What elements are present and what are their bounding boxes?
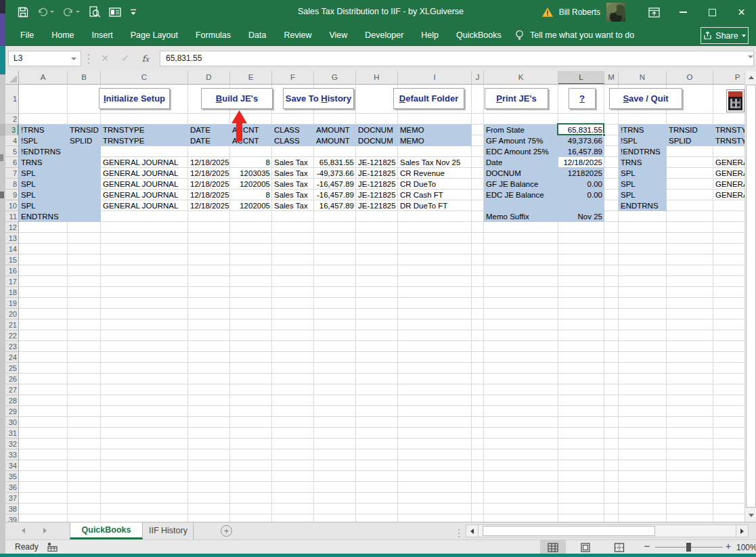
selection-fill-handle[interactable] [602,133,606,137]
row-header-16[interactable]: 16 [5,265,19,276]
column-header-J[interactable]: J [472,71,484,85]
row-header-29[interactable]: 29 [5,406,19,417]
gridline-h[interactable] [19,460,744,460]
gridline-v[interactable] [313,85,314,522]
grid-cell-P8[interactable]: GENERAL JOURNAL [713,179,744,190]
grid-cell-A5[interactable]: !ENDTRNS [19,146,63,157]
button-default-folder[interactable]: Default Folder [393,88,464,109]
zoom-in-button[interactable]: + [723,541,734,552]
gridline-h[interactable] [19,308,744,309]
row-header-27[interactable]: 27 [5,384,19,395]
grid-cell-E8[interactable]: 1202005 [230,179,272,190]
grid-cell-D9[interactable]: 12/18/2025 [188,190,230,200]
grid-cell-I4[interactable]: MEMO [398,135,426,146]
grid-cell-L7[interactable]: 12182025 [558,168,604,179]
vertical-scrollbar[interactable] [744,71,756,522]
gridline-h[interactable] [19,503,744,504]
grid-cell-K11[interactable]: Memo Suffix [484,211,531,222]
gridline-h[interactable] [19,254,744,254]
grid-cell-G10[interactable]: 16,457.89 [314,200,356,211]
row-header-2[interactable]: 2 [5,114,19,125]
gridline-h[interactable] [19,405,744,406]
close-button[interactable]: × [727,1,756,23]
gridline-v[interactable] [229,85,230,522]
gridline-h[interactable] [19,330,744,330]
ribbon-tab-home[interactable]: Home [43,24,83,46]
ribbon-tab-quickbooks[interactable]: QuickBooks [447,24,510,46]
cancel-icon[interactable]: ✕ [95,51,115,66]
grid-cell-G8[interactable]: -16,457.89 [314,179,356,190]
grid-cell-D7[interactable]: 12/18/2025 [188,168,230,179]
ribbon-tab-developer[interactable]: Developer [356,24,412,46]
grid-cell-F4[interactable]: CLASS [272,135,302,146]
macro-record-icon[interactable] [47,542,58,552]
gridline-h[interactable] [19,232,744,233]
row-header-35[interactable]: 35 [5,471,19,482]
ribbon-tab-review[interactable]: Review [275,24,320,46]
tell-me-box[interactable]: Tell me what you want to do [515,24,634,46]
grid-cell-K8[interactable]: GF JE Balance [484,179,540,190]
grid-cell-L8[interactable]: 0.00 [558,179,604,190]
row-header-19[interactable]: 19 [5,298,19,309]
gridline-v[interactable] [397,85,398,522]
gridline-h[interactable] [19,438,744,439]
gridline-h[interactable] [19,449,744,449]
scroll-left-button[interactable] [466,525,479,537]
avatar[interactable] [606,3,625,22]
column-header-H[interactable]: H [356,71,398,85]
column-header-A[interactable]: A [19,71,68,85]
gridline-h[interactable] [19,221,744,222]
user-name[interactable]: Bill Roberts [559,7,600,17]
grid-cell-E10[interactable]: 1202005 [230,200,272,211]
gridline-h[interactable] [19,492,744,493]
grid-cell-N4[interactable]: !SPL [619,135,640,146]
grid-cell-H3[interactable]: DOCNUM [356,125,395,135]
grid-cell-F6[interactable]: Sales Tax [272,157,310,168]
grid-cell-K7[interactable]: DOCNUM [484,168,523,179]
grid-cell-C7[interactable]: GENERAL JOURNAL [101,168,180,179]
column-header-I[interactable]: I [398,71,472,85]
vscroll-thumb[interactable] [746,85,756,508]
gridline-h[interactable] [19,243,744,244]
grid-cell-B4[interactable]: SPLID [68,135,94,146]
grid-cell-H9[interactable]: JE-121825 [356,190,398,200]
zoom-out-button[interactable]: − [642,541,652,552]
grid-cell-F7[interactable]: Sales Tax [272,168,310,179]
row-header-30[interactable]: 30 [5,417,19,428]
sheet-grid[interactable]: !TRNSTRNSIDTRNSTYPEDATEACCNTCLASSAMOUNTD… [19,85,744,522]
grid-cell-I8[interactable]: CR DueTo [398,179,438,190]
sheet-tab-iif-history[interactable]: IIF History [143,522,194,539]
grid-cell-L6[interactable]: 12/18/2025 [558,157,604,168]
button-save-to-history[interactable]: Save To History [283,88,354,109]
grid-cell-I3[interactable]: MEMO [398,125,426,135]
button-save-quit[interactable]: Save / Quit [609,88,682,109]
row-header-26[interactable]: 26 [5,374,19,384]
sheet-nav-right-icon[interactable] [43,528,47,533]
grid-cell-H4[interactable]: DOCNUM [356,135,395,146]
row-header-7[interactable]: 7 [5,168,19,179]
ribbon-tab-insert[interactable]: Insert [83,24,122,46]
maximize-button[interactable] [698,1,727,23]
grid-cell-O3[interactable]: TRNSID [667,125,700,135]
row-header-15[interactable]: 15 [5,254,19,265]
grid-cell-G7[interactable]: -49,373.66 [314,168,356,179]
grid-cell-N6[interactable]: TRNS [619,157,644,168]
grid-cell-P4[interactable]: TRNSTYPE [713,135,744,146]
row-header-36[interactable]: 36 [5,482,19,493]
gridline-h[interactable] [19,297,744,298]
column-header-D[interactable]: D [188,71,230,85]
row-header-34[interactable]: 34 [5,460,19,471]
grid-cell-P6[interactable]: GENERAL JOURNAL [713,157,744,168]
column-header-M[interactable]: M [604,71,619,85]
row-header-4[interactable]: 4 [5,135,19,146]
grid-cell-N7[interactable]: SPL [619,168,638,179]
column-header-L[interactable]: L [558,71,604,85]
grid-cell-E7[interactable]: 1203035 [230,168,272,179]
grid-cell-I7[interactable]: CR Revenue [398,168,447,179]
column-header-F[interactable]: F [272,71,314,85]
enter-icon[interactable]: ✓ [115,51,135,66]
grid-cell-D8[interactable]: 12/18/2025 [188,179,230,190]
grid-cell-N5[interactable]: !ENDTRNS [619,146,663,157]
gridline-v[interactable] [355,85,356,522]
grid-cell-E4[interactable]: ACCNT [230,135,261,146]
